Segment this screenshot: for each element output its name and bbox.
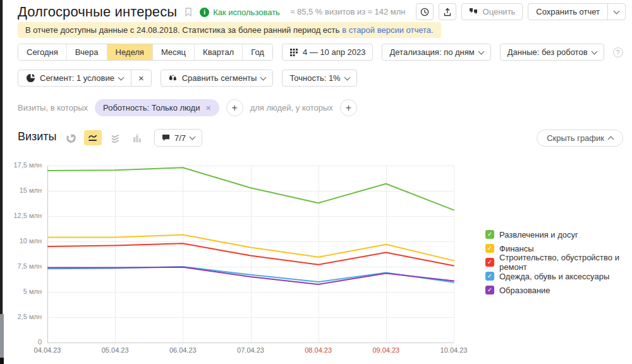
segment-dropdown[interactable]: Сегмент: 1 условие	[18, 70, 131, 86]
segment-pie-icon	[26, 73, 35, 83]
x-tick-label: 06.04.23	[169, 346, 197, 354]
save-report-label: Сохранить отчет	[536, 7, 600, 16]
notice-banner: В отчете доступны данные с 24.08.2018. С…	[18, 22, 441, 38]
segment-label: Сегмент: 1 условие	[40, 73, 114, 83]
data-mode-label: Данные: без роботов	[507, 47, 588, 57]
line-chart-type-button[interactable]	[84, 130, 102, 145]
robots-filter-chip[interactable]: Роботность: Только люди ×	[95, 99, 219, 116]
accuracy-dropdown[interactable]: Точность: 1%	[282, 70, 356, 87]
legend-checkbox-icon[interactable]: ✓	[485, 230, 494, 239]
compare-segments-dropdown[interactable]: Сравнить сегменты	[161, 70, 274, 87]
filter-bar: Визиты, в которых Роботность: Только люд…	[18, 99, 357, 116]
bookmark-icon[interactable]	[183, 7, 193, 17]
period-tabs: СегодняВчераНеделяМесяцКварталГод	[18, 44, 273, 61]
report-header: Долгосрочные интересы i Как использовать	[18, 3, 280, 21]
legend-label: Одежда, обувь и аксессуары	[499, 272, 609, 281]
x-tick-label: 10.04.23	[441, 346, 468, 354]
date-range-button[interactable]: 4 — 10 апр 2023	[282, 44, 374, 61]
legend-checkbox-icon[interactable]: ✓	[485, 244, 494, 253]
period-tab-3[interactable]: Неделя	[107, 44, 152, 60]
y-tick-label: 0	[0, 338, 42, 346]
segment-group: Сегмент: 1 условие ×	[18, 70, 152, 87]
period-tab-1[interactable]: Сегодня	[18, 44, 66, 60]
pie-chart-icon	[66, 133, 76, 143]
series-counter: 7/7	[174, 133, 186, 143]
stacked-chart-icon	[110, 133, 121, 143]
pie-chart-type-button[interactable]	[62, 130, 80, 145]
close-icon: ×	[138, 73, 144, 83]
rate-label: Оценить	[483, 7, 516, 16]
calendar-grid-icon	[289, 48, 298, 57]
chart-legend: ✓Развлечения и досуг✓Финансы✓Строительст…	[485, 228, 632, 297]
y-tick-label: 17,5 млн	[0, 161, 42, 169]
save-report-menu-button[interactable]	[607, 4, 625, 20]
help-icon[interactable]: ?	[613, 47, 623, 58]
compare-drops-icon	[168, 74, 178, 83]
legend-checkbox-icon[interactable]: ✓	[485, 272, 494, 281]
period-tab-2[interactable]: Вчера	[66, 44, 107, 60]
stacked-chart-type-button[interactable]	[106, 130, 124, 145]
add-visit-condition-button[interactable]: +	[226, 99, 243, 116]
legend-item[interactable]: ✓Развлечения и досуг	[485, 228, 632, 241]
how-to-use-link[interactable]: i Как использовать	[200, 8, 280, 17]
for-people-label: для людей, у которых	[250, 103, 333, 112]
y-tick-label: 15 млн	[0, 186, 42, 194]
series-count-dropdown[interactable]: 7/7	[154, 129, 202, 147]
series-line-2[interactable]	[47, 235, 454, 261]
export-button[interactable]	[439, 3, 456, 20]
visits-in-which-label: Визиты, в которых	[18, 103, 88, 112]
detalization-dropdown[interactable]: Детализация: по дням	[382, 44, 490, 61]
legend-label: Финансы	[499, 244, 534, 253]
data-mode-dropdown[interactable]: Данные: без роботов	[500, 44, 604, 61]
hide-chart-label: Скрыть график	[547, 133, 604, 143]
export-icon	[442, 7, 453, 17]
bar-chart-icon	[132, 133, 142, 143]
old-report-link[interactable]: в старой версии отчета.	[342, 25, 433, 35]
chevron-down-icon	[190, 134, 196, 140]
close-icon[interactable]: ×	[205, 104, 210, 112]
x-tick-label: 05.04.23	[102, 346, 129, 354]
save-report-button[interactable]: Сохранить отчет	[528, 4, 607, 20]
series-line-1[interactable]	[47, 167, 454, 210]
add-people-condition-button[interactable]: +	[340, 99, 357, 116]
line-chart-icon	[87, 133, 99, 143]
period-tab-6[interactable]: Год	[242, 44, 272, 60]
legend-label: Образование	[499, 286, 550, 295]
clear-segment-button[interactable]: ×	[131, 70, 151, 86]
legend-label: Развлечения и досуг	[499, 230, 578, 240]
x-tick-label: 08.04.23	[305, 346, 332, 354]
legend-checkbox-icon[interactable]: ✓	[485, 258, 494, 267]
detalization-label: Детализация: по дням	[389, 47, 474, 57]
series-line-5[interactable]	[47, 267, 454, 284]
chart-plot[interactable]	[47, 166, 454, 344]
series-line-3[interactable]	[47, 243, 454, 265]
segment-toolbar: Сегмент: 1 условие × Сравнить сегменты Т…	[18, 70, 357, 87]
chevron-down-icon	[614, 8, 620, 14]
x-tick-label: 04.04.23	[34, 346, 61, 354]
chevron-down-icon	[260, 74, 267, 80]
legend-label: Строительство, обустройство и ремонт	[499, 253, 632, 272]
legend-item[interactable]: ✓Строительство, обустройство и ремонт	[485, 255, 632, 269]
chevron-down-icon	[118, 74, 125, 80]
period-tab-4[interactable]: Месяц	[152, 44, 194, 60]
chevron-down-icon	[591, 48, 597, 54]
header-actions: ≈ 85,5 % визитов из ≈ 142 млн Оценить Со…	[290, 3, 626, 20]
feedback-icon	[469, 8, 478, 16]
page-title: Долгосрочные интересы	[18, 4, 177, 20]
y-tick-label: 10 млн	[0, 237, 42, 245]
window-edge	[0, 0, 3, 364]
date-range-label: 4 — 10 апр 2023	[303, 47, 366, 57]
legend-checkbox-icon[interactable]: ✓	[485, 286, 494, 294]
info-icon: i	[200, 8, 209, 17]
notice-text: В отчете доступны данные с 24.08.2018. С…	[25, 25, 339, 35]
line-chart-canvas	[47, 166, 454, 344]
legend-item[interactable]: ✓Образование	[485, 283, 632, 297]
history-button[interactable]	[416, 3, 434, 20]
how-to-use-label: Как использовать	[213, 8, 280, 17]
period-tab-5[interactable]: Квартал	[194, 44, 242, 60]
rate-button[interactable]: Оценить	[461, 3, 523, 20]
bar-chart-type-button[interactable]	[128, 130, 146, 145]
hide-chart-button[interactable]: Скрыть график	[537, 130, 623, 147]
history-icon	[420, 7, 430, 17]
chevron-down-icon	[344, 74, 350, 80]
